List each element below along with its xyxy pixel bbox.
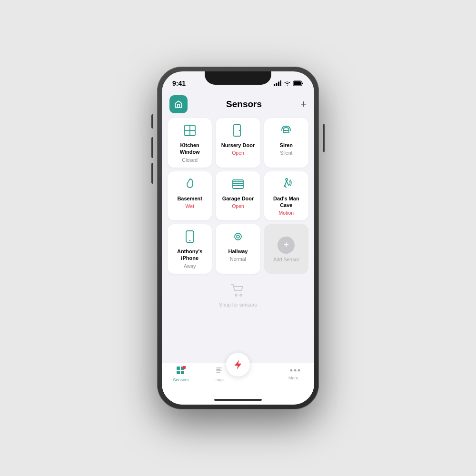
sensors-tab-icon xyxy=(176,366,186,377)
sensor-card-nursery-door[interactable]: Nursery Door Open xyxy=(216,118,260,168)
sensor-card-kitchen-window[interactable]: Kitchen Window Closed xyxy=(168,118,212,168)
sensor-status-nursery-door: Open xyxy=(232,150,244,156)
add-sensor-header-button[interactable]: + xyxy=(300,99,307,109)
shop-label: Shop for sensors xyxy=(219,302,257,307)
shop-section[interactable]: Shop for sensors xyxy=(162,278,314,312)
svg-rect-23 xyxy=(181,371,184,374)
svg-point-19 xyxy=(240,294,242,296)
sensor-status-basement: Wet xyxy=(185,203,194,209)
svg-point-29 xyxy=(290,369,293,372)
svg-point-13 xyxy=(286,178,288,180)
add-sensor-label: Add Sensor xyxy=(273,257,299,262)
motion-icon xyxy=(279,177,293,192)
svg-rect-2 xyxy=(278,82,279,87)
sensor-card-garage-door[interactable]: Garage Door Open xyxy=(216,171,260,221)
sensor-name-basement: Basement xyxy=(177,195,202,202)
svg-rect-12 xyxy=(233,180,243,188)
logs-tab-label: Logs xyxy=(214,377,224,382)
svg-point-30 xyxy=(294,369,297,372)
sensor-status-dads-man-cave: Motion xyxy=(279,210,294,216)
svg-rect-22 xyxy=(177,371,180,374)
screen-content: Sensors + Kitchen Window Closed xyxy=(162,91,314,363)
sensors-grid: Kitchen Window Closed Nursery Door Open xyxy=(162,118,314,278)
power-button xyxy=(323,124,325,152)
tab-bar: Sensors Logs xyxy=(162,363,314,395)
more-tab-label: More... xyxy=(288,376,302,380)
more-tab-icon xyxy=(290,366,300,375)
sensor-name-siren: Siren xyxy=(280,142,293,149)
svg-point-17 xyxy=(237,235,239,238)
sensor-status-kitchen-window: Closed xyxy=(182,157,198,163)
sensor-card-siren[interactable]: Siren Silent xyxy=(264,118,308,168)
home-button[interactable] xyxy=(169,95,188,113)
status-time: 9:41 xyxy=(172,79,186,87)
page-title: Sensors xyxy=(226,99,262,109)
tab-more[interactable]: More... xyxy=(276,366,314,380)
add-sensor-plus-icon: + xyxy=(278,237,295,254)
svg-rect-11 xyxy=(283,130,289,133)
shop-cart-icon xyxy=(231,284,245,300)
status-icons xyxy=(274,80,304,86)
sensor-name-kitchen-window: Kitchen Window xyxy=(171,142,208,156)
sensor-status-anthonys-iphone: Away xyxy=(184,263,196,269)
sensor-name-garage-door: Garage Door xyxy=(222,195,254,202)
sensor-name-anthonys-iphone: Anthony's iPhone xyxy=(171,248,208,262)
svg-point-10 xyxy=(239,130,240,131)
silent-switch xyxy=(151,114,153,129)
phone-frame: 9:41 xyxy=(157,67,319,409)
camera-icon xyxy=(231,230,245,245)
phone-sensor-icon xyxy=(185,230,195,245)
sensor-card-anthonys-iphone[interactable]: Anthony's iPhone Away xyxy=(168,224,212,274)
garage-icon xyxy=(231,177,245,192)
svg-rect-1 xyxy=(276,83,278,86)
sensor-status-siren: Silent xyxy=(280,150,292,156)
logs-tab-icon xyxy=(215,366,223,377)
svg-point-18 xyxy=(235,294,237,296)
sensor-card-basement[interactable]: Basement Wet xyxy=(168,171,212,221)
svg-rect-3 xyxy=(280,80,282,86)
tab-sensors[interactable]: Sensors xyxy=(162,366,200,382)
sensor-status-garage-door: Open xyxy=(232,203,244,209)
lightning-icon xyxy=(233,359,243,370)
battery-icon xyxy=(293,80,304,86)
window-icon xyxy=(183,124,197,139)
fab-button[interactable] xyxy=(226,353,250,377)
sensor-name-hallway: Hallway xyxy=(228,248,248,255)
wifi-icon xyxy=(284,80,291,86)
svg-point-31 xyxy=(298,369,300,372)
home-icon xyxy=(174,100,183,109)
volume-up-button xyxy=(151,137,153,158)
notch xyxy=(205,71,271,85)
sensors-tab-label: Sensors xyxy=(173,377,188,382)
siren-icon xyxy=(279,124,293,139)
svg-rect-20 xyxy=(177,367,180,370)
sensor-name-dads-man-cave: Dad's Man Cave xyxy=(268,195,305,209)
add-sensor-card[interactable]: + Add Sensor xyxy=(264,224,308,274)
sensor-card-dads-man-cave[interactable]: Dad's Man Cave Motion xyxy=(264,171,308,221)
home-indicator xyxy=(162,395,314,405)
home-bar xyxy=(214,399,262,401)
app-header: Sensors + xyxy=(162,91,314,118)
sensor-status-hallway: Normal xyxy=(230,256,246,262)
phone-screen: 9:41 xyxy=(162,71,314,405)
water-icon xyxy=(183,177,197,192)
signal-icon xyxy=(274,80,281,86)
svg-rect-0 xyxy=(274,84,275,86)
svg-rect-5 xyxy=(294,81,301,85)
sensor-card-hallway[interactable]: Hallway Normal xyxy=(216,224,260,274)
door-icon xyxy=(231,124,245,139)
svg-point-16 xyxy=(235,233,241,240)
volume-down-button xyxy=(151,163,153,184)
sensor-name-nursery-door: Nursery Door xyxy=(221,142,255,149)
